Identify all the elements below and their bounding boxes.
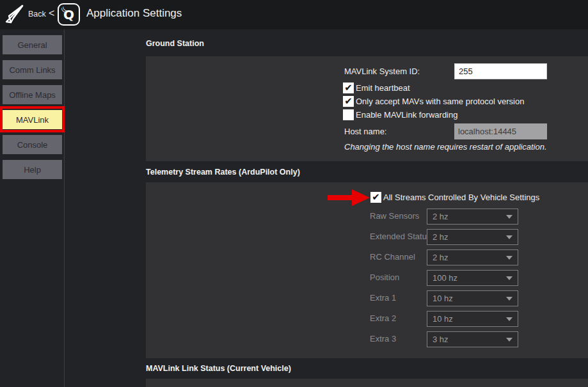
sidebar-divider <box>64 29 65 387</box>
host-name-input[interactable] <box>454 123 547 139</box>
checkbox-enable-mavlink-forwarding[interactable]: Enable MAVLink forwarding <box>343 109 457 120</box>
dropdown-raw-sensors[interactable]: 2 hz <box>427 209 518 225</box>
dropdown-rc-channel[interactable]: 2 hz <box>427 249 518 265</box>
chevron-down-icon <box>506 338 513 342</box>
dropdown-extra-2[interactable]: 10 hz <box>427 311 518 327</box>
section-header-link-status: MAVLink Link Status (Current Vehicle) <box>146 364 291 373</box>
dropdown-extra-3[interactable]: 3 hz <box>427 331 518 347</box>
system-id-input[interactable] <box>454 63 547 79</box>
dropdown-extra-1[interactable]: 10 hz <box>427 290 518 306</box>
application-settings-window: Back < (( Q Application Settings General… <box>0 0 588 387</box>
checkbox-label: Enable MAVLink forwarding <box>356 110 457 120</box>
stream-label-raw-sensors: Raw Sensors <box>370 211 419 221</box>
qgc-app-icon: (( Q <box>58 3 80 26</box>
stream-label-rc-channel: RC Channel <box>370 252 415 262</box>
system-id-label: MAVLink System ID: <box>344 67 420 76</box>
sidebar-item-help[interactable]: Help <box>3 160 62 179</box>
chevron-down-icon <box>506 215 513 219</box>
stream-label-position: Position <box>370 272 399 282</box>
top-bar: Back < (( Q Application Settings <box>0 0 588 29</box>
host-name-label: Host name: <box>344 127 386 136</box>
dropdown-position[interactable]: 100 hz <box>427 270 518 286</box>
checkbox-label: Emit heartbeat <box>356 83 410 93</box>
chevron-down-icon <box>506 256 513 260</box>
checkbox-checked-icon: ✔ <box>343 83 354 93</box>
sidebar-item-offline-maps[interactable]: Offline Maps <box>3 85 62 104</box>
chevron-down-icon <box>506 297 513 301</box>
checkbox-checked-icon: ✔ <box>370 192 381 203</box>
checkbox-emit-heartbeat[interactable]: ✔ Emit heartbeat <box>343 83 410 93</box>
sidebar-item-general[interactable]: General <box>3 35 62 54</box>
stream-label-extra-1: Extra 1 <box>370 293 396 303</box>
checkbox-label: Only accept MAVs with same protocol vers… <box>356 97 524 106</box>
chevron-down-icon <box>506 276 513 280</box>
link-status-panel <box>146 379 588 387</box>
stream-label-extra-2: Extra 2 <box>370 313 396 323</box>
stream-label-extended-status: Extended Status <box>370 232 431 241</box>
checkbox-all-streams-controlled[interactable]: ✔ All Streams Controlled By Vehicle Sett… <box>370 192 539 203</box>
checkbox-label: All Streams Controlled By Vehicle Settin… <box>383 193 539 202</box>
page-title: Application Settings <box>86 7 182 20</box>
section-header-telemetry: Telemetry Stream Rates (ArduPilot Only) <box>146 168 300 177</box>
sidebar-item-mavlink[interactable]: MAVLink <box>3 110 62 129</box>
chevron-down-icon <box>506 317 513 321</box>
back-chevron-icon[interactable]: < <box>49 8 54 19</box>
checkbox-unchecked-icon <box>343 109 354 120</box>
ground-station-panel: MAVLink System ID: ✔ Emit heartbeat ✔ On… <box>146 56 588 161</box>
checkbox-only-accept-same-protocol[interactable]: ✔ Only accept MAVs with same protocol ve… <box>343 96 524 107</box>
checkbox-checked-icon: ✔ <box>343 96 354 107</box>
restart-note: Changing the host name requires restart … <box>344 142 547 152</box>
telemetry-panel: ✔ All Streams Controlled By Vehicle Sett… <box>146 182 588 358</box>
back-button[interactable]: Back <box>28 10 46 19</box>
sidebar-item-comm-links[interactable]: Comm Links <box>3 60 62 79</box>
sidebar-item-console[interactable]: Console <box>3 135 62 154</box>
qgc-plane-logo-icon <box>3 3 27 27</box>
chevron-down-icon <box>506 235 513 239</box>
section-header-ground-station: Ground Station <box>146 39 204 48</box>
dropdown-extended-status[interactable]: 2 hz <box>427 229 518 245</box>
stream-label-extra-3: Extra 3 <box>370 334 396 344</box>
